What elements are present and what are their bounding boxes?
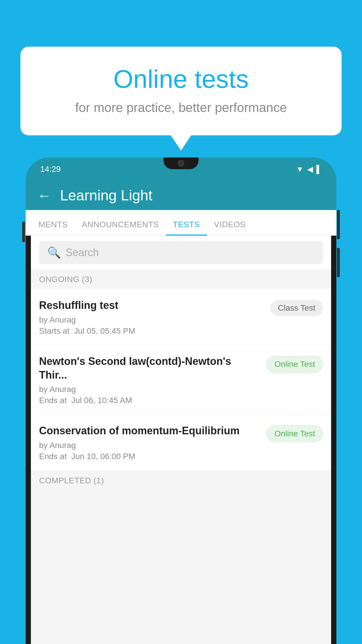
test-item[interactable]: Conservation of momentum-Equilibrium by … — [31, 415, 331, 471]
phone-camera — [178, 160, 184, 167]
app-bar-title: Learning Light — [60, 187, 152, 204]
volume-button — [22, 222, 25, 242]
test-item-date: Starts at Jul 05, 05:45 PM — [39, 326, 266, 336]
test-item[interactable]: Newton's Second law(contd)-Newton's Thir… — [31, 345, 331, 415]
power-button — [337, 210, 340, 239]
test-item-by: by Anurag — [39, 315, 266, 325]
search-placeholder: Search — [66, 246, 99, 259]
status-bar: 14:29 ▼ ◀ ▌ — [26, 158, 336, 181]
signal-icon: ◀ — [307, 165, 313, 174]
test-badge-online: Online Test — [266, 356, 323, 373]
test-item-date: Ends at Jun 10, 06:00 PM — [39, 452, 262, 461]
test-item-date: Ends at Jul 06, 10:45 AM — [39, 396, 262, 405]
volume-down-button — [337, 248, 340, 277]
tab-bar: MENTS ANNOUNCEMENTS TESTS VIDEOS — [26, 210, 336, 236]
tab-ments[interactable]: MENTS — [31, 220, 75, 236]
test-item-by: by Anurag — [39, 441, 262, 450]
test-item-name: Conservation of momentum-Equilibrium — [39, 424, 262, 438]
speech-bubble-subtitle: for more practice, better performance — [44, 100, 318, 115]
speech-bubble: Online tests for more practice, better p… — [20, 47, 342, 135]
ongoing-section-label: ONGOING (3) — [31, 270, 331, 289]
tab-videos[interactable]: VIDEOS — [207, 220, 253, 236]
phone-frame: 14:29 ▼ ◀ ▌ ← Learning Light MENTS ANNOU… — [26, 158, 336, 644]
test-item-name: Reshuffling test — [39, 299, 266, 312]
test-item-info: Newton's Second law(contd)-Newton's Thir… — [39, 355, 262, 405]
search-bar[interactable]: 🔍 Search — [39, 241, 323, 264]
search-icon: 🔍 — [47, 246, 61, 259]
completed-section-label: COMPLETED (1) — [31, 471, 331, 491]
test-badge-online-2: Online Test — [266, 425, 323, 442]
phone-notch — [164, 158, 198, 169]
test-item-info: Reshuffling test by Anurag Starts at Jul… — [39, 299, 266, 336]
search-bar-container: 🔍 Search — [31, 236, 331, 270]
test-list: Reshuffling test by Anurag Starts at Jul… — [31, 289, 331, 471]
tab-tests[interactable]: TESTS — [166, 220, 207, 236]
test-item[interactable]: Reshuffling test by Anurag Starts at Jul… — [31, 289, 331, 345]
speech-bubble-title: Online tests — [44, 64, 318, 94]
app-bar: ← Learning Light — [26, 181, 336, 210]
wifi-icon: ▼ — [296, 165, 304, 174]
phone-content: 🔍 Search ONGOING (3) Reshuffling test by… — [26, 236, 336, 644]
tab-announcements[interactable]: ANNOUNCEMENTS — [75, 220, 166, 236]
test-item-by: by Anurag — [39, 385, 262, 394]
status-time: 14:29 — [40, 164, 61, 174]
test-badge-class: Class Test — [270, 300, 323, 316]
test-item-info: Conservation of momentum-Equilibrium by … — [39, 424, 262, 461]
back-button[interactable]: ← — [37, 188, 51, 204]
test-item-name: Newton's Second law(contd)-Newton's Thir… — [39, 355, 262, 382]
status-icons: ▼ ◀ ▌ — [296, 165, 322, 174]
battery-icon: ▌ — [317, 165, 322, 174]
